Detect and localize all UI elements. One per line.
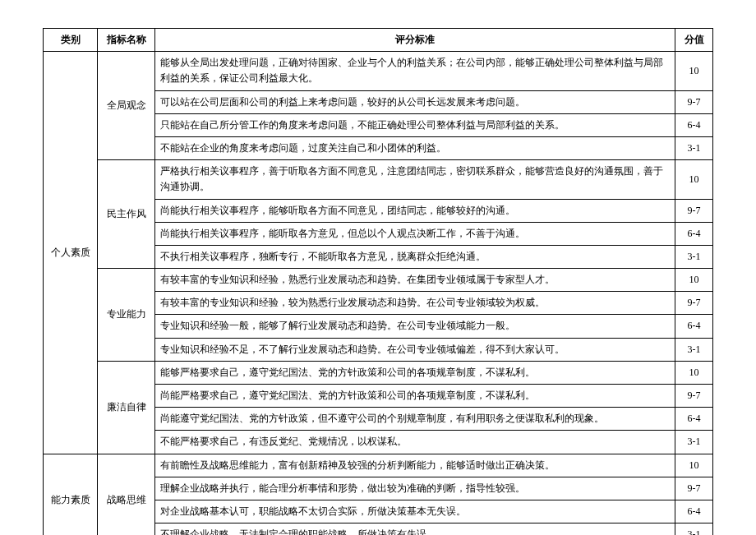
criteria-cell: 尚能严格要求自己，遵守党纪国法、党的方针政策和公司的各项规章制度，不谋私利。 <box>155 385 675 408</box>
score-cell: 9-7 <box>675 477 713 500</box>
score-cell: 9-7 <box>675 90 713 113</box>
index-cell: 专业能力 <box>98 269 155 362</box>
score-cell: 3-1 <box>675 338 713 361</box>
table-row: 能力素质战略思维有前瞻性及战略思维能力，富有创新精神及较强的分析判断能力，能够适… <box>44 454 713 477</box>
header-score: 分值 <box>675 29 713 52</box>
score-cell: 6-4 <box>675 315 713 338</box>
criteria-cell: 尚能遵守党纪国法、党的方针政策，但不遵守公司的个别规章制度，有利用职务之便谋取私… <box>155 408 675 431</box>
score-cell: 10 <box>675 269 713 292</box>
score-cell: 10 <box>675 160 713 199</box>
criteria-cell: 理解企业战略并执行，能合理分析事情和形势，做出较为准确的判断，指导性较强。 <box>155 477 675 500</box>
criteria-cell: 对企业战略基本认可，职能战略不太切合实际，所做决策基本无失误。 <box>155 500 675 523</box>
rubric-table: 类别 指标名称 评分标准 分值 个人素质全局观念能够从全局出发处理问题，正确对待… <box>43 28 713 535</box>
criteria-cell: 严格执行相关议事程序，善于听取各方面不同意见，注意团结同志，密切联系群众，能够营… <box>155 160 675 199</box>
table-row: 个人素质全局观念能够从全局出发处理问题，正确对待国家、企业与个人的利益关系；在公… <box>44 52 713 90</box>
criteria-cell: 尚能执行相关议事程序，能够听取各方面不同意见，团结同志，能够较好的沟通。 <box>155 199 675 222</box>
score-cell: 10 <box>675 361 713 384</box>
score-cell: 6-4 <box>675 113 713 136</box>
criteria-cell: 有较丰富的专业知识和经验，较为熟悉行业发展动态和趋势。在公司专业领域较为权威。 <box>155 292 675 315</box>
score-cell: 10 <box>675 52 713 90</box>
criteria-cell: 不理解企业战略，无法制定合理的职能战略，所做决策有失误。 <box>155 523 675 535</box>
criteria-cell: 能够从全局出发处理问题，正确对待国家、企业与个人的利益关系；在公司内部，能够正确… <box>155 52 675 90</box>
index-cell: 全局观念 <box>98 52 155 160</box>
index-cell: 民主作风 <box>98 160 155 269</box>
index-cell: 战略思维 <box>98 454 155 535</box>
index-cell: 廉洁自律 <box>98 361 155 454</box>
score-cell: 9-7 <box>675 385 713 408</box>
criteria-cell: 可以站在公司层面和公司的利益上来考虑问题，较好的从公司长远发展来考虑问题。 <box>155 90 675 113</box>
category-cell: 能力素质 <box>44 454 98 535</box>
header-row: 类别 指标名称 评分标准 分值 <box>44 29 713 52</box>
criteria-cell: 有较丰富的专业知识和经验，熟悉行业发展动态和趋势。在集团专业领域属于专家型人才。 <box>155 269 675 292</box>
header-category: 类别 <box>44 29 98 52</box>
criteria-cell: 不执行相关议事程序，独断专行，不能听取各方意见，脱离群众拒绝沟通。 <box>155 245 675 268</box>
score-cell: 6-4 <box>675 500 713 523</box>
criteria-cell: 不能站在企业的角度来考虑问题，过度关注自己和小团体的利益。 <box>155 136 675 159</box>
criteria-cell: 能够严格要求自己，遵守党纪国法、党的方针政策和公司的各项规章制度，不谋私利。 <box>155 361 675 384</box>
criteria-cell: 只能站在自己所分管工作的角度来考虑问题，不能正确处理公司整体利益与局部利益的关系… <box>155 113 675 136</box>
category-cell: 个人素质 <box>44 52 98 454</box>
score-cell: 3-1 <box>675 136 713 159</box>
table-row: 民主作风严格执行相关议事程序，善于听取各方面不同意见，注意团结同志，密切联系群众… <box>44 160 713 199</box>
criteria-cell: 专业知识和经验不足，不了解行业发展动态和趋势。在公司专业领域偏差，得不到大家认可… <box>155 338 675 361</box>
table-row: 专业能力有较丰富的专业知识和经验，熟悉行业发展动态和趋势。在集团专业领域属于专家… <box>44 269 713 292</box>
score-cell: 3-1 <box>675 431 713 454</box>
score-cell: 9-7 <box>675 292 713 315</box>
score-cell: 10 <box>675 454 713 477</box>
score-cell: 6-4 <box>675 222 713 245</box>
table-row: 廉洁自律能够严格要求自己，遵守党纪国法、党的方针政策和公司的各项规章制度，不谋私… <box>44 361 713 384</box>
criteria-cell: 专业知识和经验一般，能够了解行业发展动态和趋势。在公司专业领域能力一般。 <box>155 315 675 338</box>
score-cell: 6-4 <box>675 408 713 431</box>
score-cell: 3-1 <box>675 245 713 268</box>
header-criteria: 评分标准 <box>155 29 675 52</box>
criteria-cell: 有前瞻性及战略思维能力，富有创新精神及较强的分析判断能力，能够适时做出正确决策。 <box>155 454 675 477</box>
header-index: 指标名称 <box>98 29 155 52</box>
score-cell: 3-1 <box>675 523 713 535</box>
criteria-cell: 尚能执行相关议事程序，能听取各方意见，但总以个人观点决断工作，不善于沟通。 <box>155 222 675 245</box>
criteria-cell: 不能严格要求自己，有违反党纪、党规情况，以权谋私。 <box>155 431 675 454</box>
score-cell: 9-7 <box>675 199 713 222</box>
